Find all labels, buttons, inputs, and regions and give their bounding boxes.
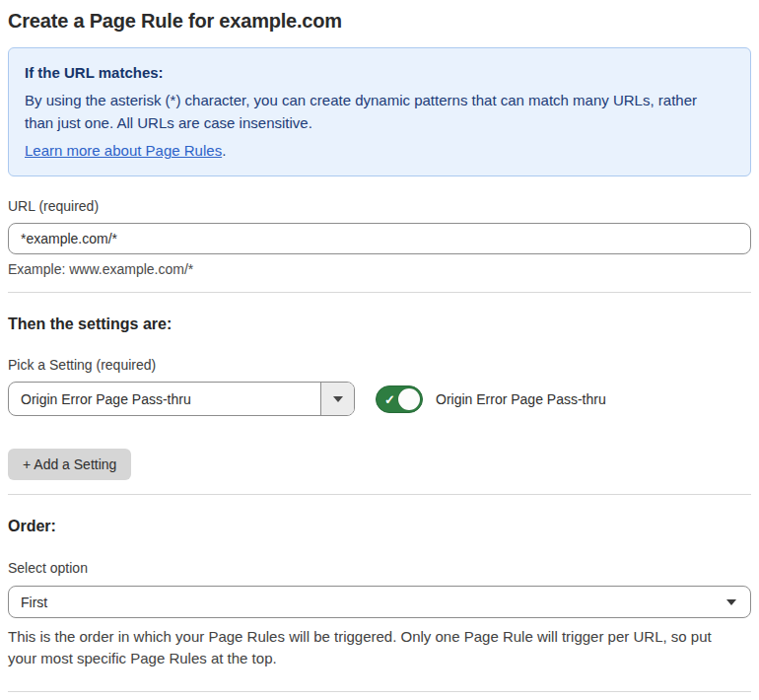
settings-section-heading: Then the settings are: (8, 315, 751, 333)
url-field-helper: Example: www.example.com/* (8, 261, 751, 277)
url-field-label: URL (required) (8, 198, 751, 214)
url-match-info-box: If the URL matches: By using the asteris… (8, 47, 751, 176)
pick-setting-label: Pick a Setting (required) (8, 357, 751, 373)
divider (8, 494, 751, 495)
setting-toggle[interactable]: ✓ (376, 385, 423, 413)
divider (8, 691, 751, 692)
chevron-down-icon (726, 599, 736, 605)
page-title: Create a Page Rule for example.com (8, 10, 751, 33)
setting-dropdown-arrow-button[interactable] (320, 383, 354, 415)
info-box-heading: If the URL matches: (25, 61, 734, 84)
setting-row: Origin Error Page Pass-thru ✓ Origin Err… (8, 382, 751, 416)
add-setting-button[interactable]: + Add a Setting (8, 449, 131, 480)
order-select-label: Select option (8, 560, 751, 576)
info-box-body: By using the asterisk (*) character, you… (25, 89, 715, 134)
url-input[interactable] (8, 223, 751, 254)
link-suffix: . (222, 142, 226, 159)
learn-more-link[interactable]: Learn more about Page Rules (25, 142, 222, 159)
setting-dropdown[interactable]: Origin Error Page Pass-thru (8, 382, 355, 416)
setting-toggle-label: Origin Error Page Pass-thru (436, 391, 606, 407)
toggle-knob (398, 388, 420, 410)
divider (8, 292, 751, 293)
order-helper-text: This is the order in which your Page Rul… (8, 626, 742, 669)
order-section-heading: Order: (8, 518, 751, 535)
setting-dropdown-value: Origin Error Page Pass-thru (9, 383, 320, 415)
page-rule-form: Create a Page Rule for example.com If th… (0, 0, 759, 700)
order-select[interactable]: First (8, 586, 751, 618)
order-select-value: First (21, 595, 47, 610)
info-box-link-line: Learn more about Page Rules. (25, 139, 734, 162)
chevron-down-icon (333, 396, 343, 402)
check-icon: ✓ (384, 392, 395, 405)
